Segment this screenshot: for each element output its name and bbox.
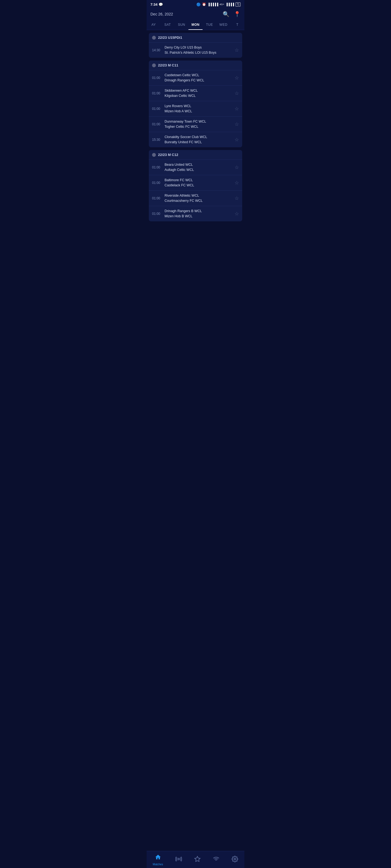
match-team2: Kilgoban Celtic WCL bbox=[165, 94, 232, 98]
match-team2: St. Patrick's Athletic LOI U15 Boys bbox=[165, 51, 232, 55]
favorite-star-button[interactable]: ☆ bbox=[234, 164, 239, 170]
favorite-star-button[interactable]: ☆ bbox=[234, 180, 239, 186]
match-team1: Drinagh Rangers B WCL bbox=[165, 209, 232, 214]
match-team2: Mizen Hob B WCL bbox=[165, 214, 232, 219]
match-row[interactable]: 01:00Skibbereen AFC WCLKilgoban Celtic W… bbox=[149, 86, 242, 101]
status-bar: 7:34 💬 🔵 ⏰ ▐▐▐▐▐ 4G+ ▐▐▐▐ 71 bbox=[147, 0, 244, 9]
match-teams: Baltimore FC WCLCastlelack FC WCL bbox=[165, 178, 232, 188]
day-tab-sat[interactable]: SAT bbox=[161, 20, 174, 30]
favorite-star-button[interactable]: ☆ bbox=[234, 47, 239, 53]
network-label: 4G+ bbox=[219, 3, 224, 6]
signal-icon: ▐▐▐▐▐ bbox=[207, 3, 218, 6]
section-header-s1: 22/23 U15PDi1 bbox=[149, 33, 242, 42]
section-card-s1: 22/23 U15PDi114:30Derry City LOI U15 Boy… bbox=[149, 33, 242, 58]
status-icons: 🔵 ⏰ ▐▐▐▐▐ 4G+ ▐▐▐▐ 71 bbox=[196, 2, 241, 6]
whatsapp-icon: 💬 bbox=[159, 2, 163, 6]
match-row[interactable]: 01:00Dunmanway Town FC WCLTogher Celtic … bbox=[149, 116, 242, 132]
section-card-s2: 22/23 M C1101:00Castletown Celtic WCLDri… bbox=[149, 61, 242, 147]
day-tab-sun[interactable]: SUN bbox=[175, 20, 189, 30]
search-button[interactable]: 🔍 bbox=[223, 11, 229, 18]
match-team1: Lyre Rovers WCL bbox=[165, 104, 232, 109]
favorite-star-button[interactable]: ☆ bbox=[234, 106, 239, 112]
day-tab-tue[interactable]: TUE bbox=[202, 20, 216, 30]
match-time: 01:00 bbox=[152, 107, 162, 111]
match-time: 01:00 bbox=[152, 165, 162, 169]
match-time: 14:30 bbox=[152, 48, 162, 52]
match-teams: Drinagh Rangers B WCLMizen Hob B WCL bbox=[165, 209, 232, 219]
header: Dec 26, 2022 🔍 📍 bbox=[147, 9, 244, 20]
match-teams: Dunmanway Town FC WCLTogher Celtic FC WC… bbox=[165, 119, 232, 129]
match-row[interactable]: 15:30Clonakilty Soccer Club WCLBunratty … bbox=[149, 132, 242, 147]
bluetooth-icon: 🔵 bbox=[196, 2, 201, 6]
match-time: 01:00 bbox=[152, 91, 162, 95]
day-tab-wed[interactable]: WED bbox=[216, 20, 230, 30]
match-teams: Beara United WCLAultagh Celtic WCL bbox=[165, 162, 232, 172]
favorite-star-button[interactable]: ☆ bbox=[234, 211, 239, 217]
match-team1: Dunmanway Town FC WCL bbox=[165, 119, 232, 124]
favorite-star-button[interactable]: ☆ bbox=[234, 75, 239, 81]
header-date: Dec 26, 2022 bbox=[150, 12, 173, 16]
signal2-icon: ▐▐▐▐ bbox=[226, 3, 234, 6]
match-team2: Courtmacsherry FC WCL bbox=[165, 198, 232, 204]
match-team1: Derry City LOI U15 Boys bbox=[165, 45, 232, 50]
match-row[interactable]: 01:00Beara United WCLAultagh Celtic WCL☆ bbox=[149, 159, 242, 175]
section-header-s3: 22/23 M C12 bbox=[149, 150, 242, 159]
match-team2: Drinagh Rangers FC WCL bbox=[165, 78, 232, 83]
match-time: 15:30 bbox=[152, 138, 162, 142]
match-teams: Riverside Athletic WCLCourtmacsherry FC … bbox=[165, 193, 232, 203]
match-time: 01:00 bbox=[152, 181, 162, 185]
content: 22/23 U15PDi114:30Derry City LOI U15 Boy… bbox=[147, 30, 244, 224]
match-time: 01:00 bbox=[152, 76, 162, 80]
match-row[interactable]: 14:30Derry City LOI U15 BoysSt. Patrick'… bbox=[149, 42, 242, 58]
match-row[interactable]: 01:00Lyre Rovers WCLMizen Hob A WCL☆ bbox=[149, 101, 242, 116]
location-button[interactable]: 📍 bbox=[234, 11, 241, 18]
favorite-star-button[interactable]: ☆ bbox=[234, 90, 239, 96]
section-header-s2: 22/23 M C11 bbox=[149, 61, 242, 70]
match-team2: Aultagh Celtic WCL bbox=[165, 167, 232, 173]
battery-indicator: 71 bbox=[235, 2, 241, 6]
match-team1: Baltimore FC WCL bbox=[165, 178, 232, 183]
match-row[interactable]: 01:00Castletown Celtic WCLDrinagh Ranger… bbox=[149, 70, 242, 86]
match-team1: Skibbereen AFC WCL bbox=[165, 88, 232, 93]
favorite-star-button[interactable]: ☆ bbox=[234, 137, 239, 143]
status-time: 7:34 💬 bbox=[150, 2, 163, 6]
match-team1: Riverside Athletic WCL bbox=[165, 193, 232, 198]
day-tab-ay[interactable]: AY bbox=[147, 20, 161, 30]
match-time: 01:00 bbox=[152, 196, 162, 200]
day-nav: AYSATSUNMONTUEWEDT bbox=[147, 20, 244, 30]
match-time: 01:00 bbox=[152, 212, 162, 216]
section-card-s3: 22/23 M C1201:00Beara United WCLAultagh … bbox=[149, 150, 242, 221]
match-teams: Castletown Celtic WCLDrinagh Rangers FC … bbox=[165, 73, 232, 83]
match-team2: Bunratty United FC WCL bbox=[165, 140, 232, 145]
match-row[interactable]: 01:00Baltimore FC WCLCastlelack FC WCL☆ bbox=[149, 175, 242, 190]
section-dot-s2 bbox=[152, 63, 156, 67]
match-teams: Lyre Rovers WCLMizen Hob A WCL bbox=[165, 104, 232, 114]
match-time: 01:00 bbox=[152, 122, 162, 126]
section-dot-s3 bbox=[152, 153, 156, 157]
match-team1: Castletown Celtic WCL bbox=[165, 73, 232, 78]
section-title-s1: 22/23 U15PDi1 bbox=[158, 35, 182, 40]
favorite-star-button[interactable]: ☆ bbox=[234, 121, 239, 127]
favorite-star-button[interactable]: ☆ bbox=[234, 195, 239, 201]
match-row[interactable]: 01:00Drinagh Rangers B WCLMizen Hob B WC… bbox=[149, 206, 242, 221]
match-team1: Clonakilty Soccer Club WCL bbox=[165, 135, 232, 140]
section-title-s2: 22/23 M C11 bbox=[158, 63, 178, 67]
section-dot-s1 bbox=[152, 36, 156, 40]
match-team1: Beara United WCL bbox=[165, 162, 232, 167]
match-team2: Mizen Hob A WCL bbox=[165, 109, 232, 114]
alarm-icon: ⏰ bbox=[202, 2, 206, 6]
match-teams: Derry City LOI U15 BoysSt. Patrick's Ath… bbox=[165, 45, 232, 55]
match-row[interactable]: 01:00Riverside Athletic WCLCourtmacsherr… bbox=[149, 190, 242, 206]
header-actions: 🔍 📍 bbox=[223, 11, 241, 18]
section-title-s3: 22/23 M C12 bbox=[158, 153, 178, 157]
day-tab-t[interactable]: T bbox=[230, 20, 244, 30]
match-teams: Clonakilty Soccer Club WCLBunratty Unite… bbox=[165, 135, 232, 145]
match-teams: Skibbereen AFC WCLKilgoban Celtic WCL bbox=[165, 88, 232, 98]
match-team2: Togher Celtic FC WCL bbox=[165, 124, 232, 129]
day-tab-mon[interactable]: MON bbox=[189, 20, 202, 30]
match-team2: Castlelack FC WCL bbox=[165, 183, 232, 188]
